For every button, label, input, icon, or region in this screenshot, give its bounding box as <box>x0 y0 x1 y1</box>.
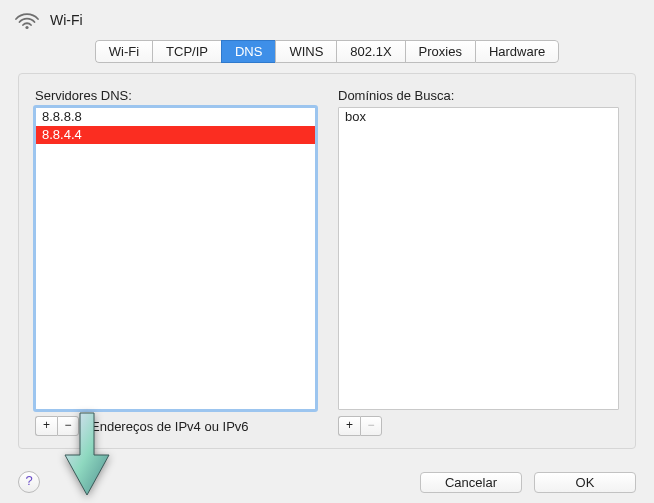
dns-add-remove-group: + − <box>35 416 79 436</box>
header: Wi-Fi <box>0 0 654 38</box>
wifi-icon <box>14 10 40 30</box>
search-add-button[interactable]: + <box>338 416 360 436</box>
cancel-button[interactable]: Cancelar <box>420 472 522 493</box>
search-domains-label: Domínios de Busca: <box>338 88 619 103</box>
dns-server-row[interactable]: 8.8.8.8 <box>36 108 315 126</box>
tab-tcpip[interactable]: TCP/IP <box>152 40 221 63</box>
search-domain-row[interactable]: box <box>339 108 618 126</box>
dns-remove-button[interactable]: − <box>57 416 79 436</box>
tab-dns[interactable]: DNS <box>221 40 275 63</box>
tab-hardware[interactable]: Hardware <box>475 40 559 63</box>
svg-point-0 <box>25 26 28 29</box>
content-panel: Servidores DNS: 8.8.8.8 8.8.4.4 + − Ende… <box>18 73 636 449</box>
dns-server-row[interactable]: 8.8.4.4 <box>36 126 315 144</box>
tab-proxies[interactable]: Proxies <box>405 40 475 63</box>
dns-servers-label: Servidores DNS: <box>35 88 316 103</box>
search-add-remove-group: + − <box>338 416 382 436</box>
search-domains-list[interactable]: box <box>338 107 619 410</box>
tab-8021x[interactable]: 802.1X <box>336 40 404 63</box>
tab-bar: Wi-Fi TCP/IP DNS WINS 802.1X Proxies Har… <box>0 38 654 73</box>
tab-wifi[interactable]: Wi-Fi <box>95 40 152 63</box>
tab-wins[interactable]: WINS <box>275 40 336 63</box>
dns-add-button[interactable]: + <box>35 416 57 436</box>
ok-button[interactable]: OK <box>534 472 636 493</box>
dialog-footer: ? Cancelar OK <box>18 471 636 493</box>
network-advanced-window: Wi-Fi Wi-Fi TCP/IP DNS WINS 802.1X Proxi… <box>0 0 654 503</box>
search-remove-button[interactable]: − <box>360 416 382 436</box>
dns-servers-list[interactable]: 8.8.8.8 8.8.4.4 <box>35 107 316 410</box>
search-domains-column: Domínios de Busca: box + − <box>338 88 619 436</box>
dns-servers-column: Servidores DNS: 8.8.8.8 8.8.4.4 + − Ende… <box>35 88 316 436</box>
window-title: Wi-Fi <box>50 12 83 28</box>
help-button[interactable]: ? <box>18 471 40 493</box>
dns-hint: Endereços de IPv4 ou IPv6 <box>91 419 249 434</box>
